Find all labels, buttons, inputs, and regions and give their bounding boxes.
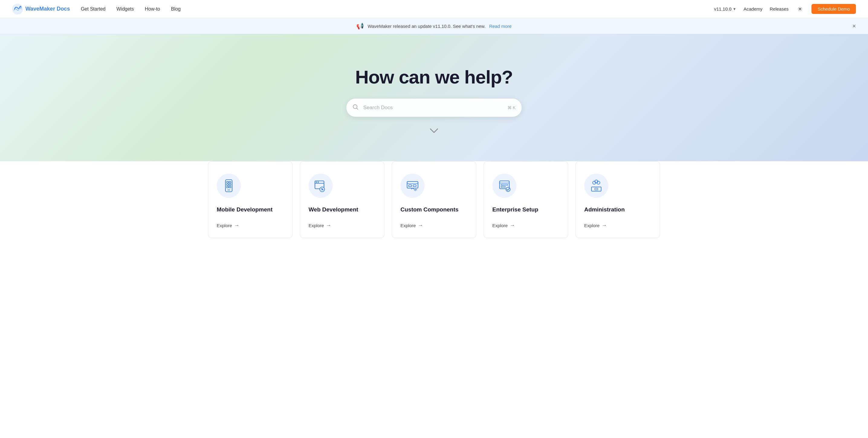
admin-icon: [589, 178, 603, 193]
enterprise-icon: [497, 178, 512, 193]
svg-rect-5: [229, 181, 231, 183]
svg-rect-21: [409, 185, 412, 187]
svg-rect-22: [413, 185, 416, 187]
search-input[interactable]: [346, 98, 522, 117]
nav-blog[interactable]: Blog: [171, 6, 181, 12]
card-title-components: Custom Components: [400, 206, 459, 213]
search-container: ⌘ K: [346, 98, 522, 117]
banner-text: WaveMaker released an update v11.10.0. S…: [368, 24, 485, 29]
navbar-left: WaveMaker Docs Get Started Widgets How-t…: [12, 4, 181, 14]
cards-section: Mobile Development Explore → Web Develop…: [0, 161, 868, 256]
logo-icon: [12, 4, 23, 14]
academy-link[interactable]: Academy: [743, 6, 763, 11]
hero-section: How can we help? ⌘ K: [0, 34, 868, 161]
megaphone-icon: 📢: [356, 22, 364, 30]
card-explore-components[interactable]: Explore →: [400, 223, 423, 228]
svg-point-18: [321, 188, 323, 190]
card-explore-web[interactable]: Explore →: [309, 223, 331, 228]
arrow-right-icon: →: [602, 223, 607, 228]
version-label: v11.10.0: [714, 6, 732, 11]
announcement-banner: 📢 WaveMaker released an update v11.10.0.…: [0, 18, 868, 34]
svg-rect-29: [501, 186, 505, 187]
version-selector[interactable]: v11.10.0 ▼: [714, 6, 736, 11]
card-custom-components[interactable]: Custom Components Explore →: [392, 161, 476, 238]
components-icon: [405, 178, 420, 193]
card-explore-mobile[interactable]: Explore →: [217, 223, 239, 228]
card-enterprise-setup[interactable]: Enterprise Setup Explore →: [484, 161, 568, 238]
nav-get-started[interactable]: Get Started: [81, 6, 105, 12]
banner-read-more-link[interactable]: Read more: [489, 24, 512, 29]
card-icon-admin: [584, 174, 609, 198]
logo[interactable]: WaveMaker Docs: [12, 4, 70, 14]
card-icon-components: [400, 174, 425, 198]
banner-close-button[interactable]: ×: [852, 23, 856, 29]
card-icon-mobile: [217, 174, 241, 198]
svg-rect-7: [229, 184, 231, 185]
card-title-web: Web Development: [309, 206, 358, 213]
theme-toggle-button[interactable]: ☀: [796, 5, 804, 13]
chevron-down-icon: ▼: [733, 7, 736, 11]
card-administration[interactable]: Administration Explore →: [576, 161, 660, 238]
web-icon: [313, 178, 328, 193]
svg-rect-6: [227, 184, 228, 185]
card-web-development[interactable]: Web Development Explore →: [300, 161, 384, 238]
arrow-right-icon: →: [327, 223, 331, 228]
search-shortcut: ⌘ K: [507, 105, 516, 110]
card-title-mobile: Mobile Development: [217, 206, 273, 213]
releases-link[interactable]: Releases: [770, 6, 789, 11]
card-icon-web: [309, 174, 333, 198]
nav-widgets[interactable]: Widgets: [116, 6, 134, 12]
svg-rect-9: [229, 186, 231, 188]
banner-content: 📢 WaveMaker released an update v11.10.0.…: [356, 22, 512, 30]
card-icon-enterprise: [492, 174, 517, 198]
nav-how-to[interactable]: How-to: [145, 6, 160, 12]
schedule-demo-button[interactable]: Schedule Demo: [811, 4, 856, 14]
arrow-right-icon: →: [510, 223, 515, 228]
navbar-right: v11.10.0 ▼ Academy Releases ☀ Schedule D…: [714, 4, 856, 14]
card-explore-admin[interactable]: Explore →: [584, 223, 607, 228]
logo-text: WaveMaker Docs: [25, 6, 70, 12]
svg-point-25: [415, 190, 416, 191]
svg-rect-4: [227, 181, 228, 183]
arrow-right-icon: →: [418, 223, 423, 228]
svg-line-2: [356, 108, 358, 109]
navbar: WaveMaker Docs Get Started Widgets How-t…: [0, 0, 868, 18]
search-icon: [352, 104, 359, 111]
card-explore-enterprise[interactable]: Explore →: [492, 223, 515, 228]
svg-rect-28: [501, 184, 508, 185]
svg-rect-8: [227, 186, 228, 188]
mobile-icon: [221, 178, 236, 193]
svg-point-13: [316, 181, 317, 183]
svg-point-14: [318, 181, 319, 183]
card-mobile-development[interactable]: Mobile Development Explore →: [208, 161, 292, 238]
card-title-enterprise: Enterprise Setup: [492, 206, 538, 213]
hero-title: How can we help?: [355, 66, 513, 88]
scroll-chevron[interactable]: [430, 128, 438, 136]
card-title-admin: Administration: [584, 206, 625, 213]
arrow-right-icon: →: [235, 223, 239, 228]
